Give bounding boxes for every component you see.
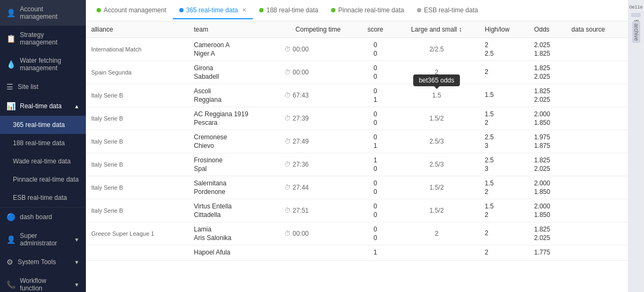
main-content: Account management 365 real-time data ✕ … — [86, 0, 628, 292]
alliance-cell: Italy Serie B — [86, 153, 188, 176]
alliance-cell: Italy Serie B — [86, 84, 188, 107]
score-cell: 1 — [357, 245, 394, 261]
team1-name: Ascoli — [194, 87, 274, 95]
odds-cell: 2.0001.850 — [529, 107, 566, 130]
team1-name: Salernitana — [194, 179, 274, 187]
odds2-value: 1.825 — [534, 50, 561, 57]
sidebar-item-label: Wade real-time data — [13, 158, 79, 165]
sidebar-item-water-fetching[interactable]: 💧 Water fetching management — [0, 51, 86, 77]
odds1-value: 1.825 — [534, 226, 561, 233]
team2-name: Sabadell — [194, 73, 274, 80]
col-header-team: team — [188, 21, 279, 38]
data-source-cell — [566, 176, 628, 199]
high-value: 2 — [485, 249, 523, 256]
score1: 0 — [362, 87, 389, 95]
score2: 1 — [362, 96, 389, 103]
time-cell: ⏱27:51 — [279, 199, 357, 222]
tab-esb-real-time[interactable]: ESB real-time data — [411, 2, 485, 19]
sidebar-item-wade-real-time[interactable]: Wade real-time data — [0, 152, 86, 170]
tab-label: 365 real-time data — [186, 6, 238, 14]
low-value: 2 — [485, 188, 523, 196]
team1-name: Virtus Entella — [194, 203, 274, 210]
high-low-cell: 1.52 — [479, 199, 529, 222]
alliance-cell: Italy Serie B — [86, 130, 188, 153]
high-low-cell: 2 — [479, 61, 529, 84]
sidebar-item-strategy-management[interactable]: 📋 Strategy management — [0, 26, 86, 51]
high-value: 2.5 — [485, 133, 523, 141]
score-cell: 01 — [357, 84, 394, 107]
score2: 0 — [362, 73, 389, 80]
sidebar-item-365-real-time[interactable]: 365 real-time data — [0, 116, 86, 134]
sidebar-item-pinnacle-real-time[interactable]: Pinnacle real-time data — [0, 170, 86, 189]
high-low-cell: 1.52 — [479, 107, 529, 130]
time-value: 00:00 — [292, 69, 309, 76]
time-cell: ⏱27:44 — [279, 176, 357, 199]
col-header-high-low: High/low — [479, 21, 529, 38]
tab-pinnacle-real-time[interactable]: Pinnacle real-time data — [325, 2, 411, 19]
col-header-large-small[interactable]: Large and small ↕ — [394, 21, 480, 38]
sidebar-item-label: Water fetching management — [20, 57, 79, 72]
odds-cell: 2.0251.825 — [529, 38, 566, 61]
tab-close-button[interactable]: ✕ — [242, 7, 246, 13]
odds2-value: 2.025 — [534, 96, 561, 103]
table-row: Italy Serie BCremoneseChievo⏱27:49012.5/… — [86, 130, 628, 153]
workflow-icon: 📞 — [6, 280, 16, 289]
sidebar-item-188-real-time[interactable]: 188 real-time data — [0, 134, 86, 152]
team1-name: Girona — [194, 64, 274, 72]
dashboard-icon: 🔵 — [6, 213, 16, 221]
score1: 0 — [362, 179, 389, 187]
tab-188-real-time[interactable]: 188 real-time data — [253, 2, 325, 19]
large-small-cell: 1.5/2 — [394, 199, 480, 222]
sidebar-item-label: Strategy management — [20, 31, 79, 46]
large-small-value: 2.5/3 — [429, 138, 444, 145]
sidebar-item-super-admin[interactable]: 👤 Super administrator ▼ — [0, 227, 86, 252]
tab-bar: Account management 365 real-time data ✕ … — [86, 0, 628, 21]
sidebar-item-workflow[interactable]: 📞 Workflow function ▼ — [0, 272, 86, 292]
high-value: 1.5 — [485, 203, 523, 210]
data-source-cell — [566, 38, 628, 61]
odds1-value: 1.775 — [534, 249, 561, 256]
high-value: 2.5 — [485, 156, 523, 164]
archive-button[interactable]: archive — [632, 21, 640, 43]
tab-365-real-time[interactable]: 365 real-time data ✕ — [173, 2, 253, 19]
score2: 0 — [362, 165, 389, 173]
clock-icon: ⏱ — [284, 69, 291, 76]
team2-name: Pescara — [194, 119, 274, 126]
team-cell: FrosinoneSpal — [188, 153, 279, 176]
tab-account-management[interactable]: Account management — [90, 2, 173, 19]
sidebar-item-account-management[interactable]: 👤 Account management — [0, 0, 86, 26]
large-small-value: 1.5 — [432, 92, 441, 99]
intro-button[interactable]: 介绍 — [631, 13, 641, 17]
clock-icon: ⏱ — [284, 92, 291, 99]
large-small-value: 2/2.5 — [429, 46, 444, 53]
col-header-alliance: alliance — [86, 21, 188, 38]
score1: 1 — [362, 156, 389, 164]
team2-name: Niger A — [194, 50, 274, 57]
large-small-cell: 2.5/3 — [394, 130, 480, 153]
odds1-value: 1.825 — [534, 156, 561, 164]
score1: 0 — [362, 110, 389, 118]
sidebar-item-dashboard[interactable]: 🔵 dash board — [0, 207, 86, 227]
table-row: Italy Serie BFrosinoneSpal⏱27:36102.5/32… — [86, 153, 628, 176]
odds1-value: 1.825 — [534, 64, 561, 72]
score1: 0 — [362, 41, 389, 49]
sidebar-item-real-time-data[interactable]: 📊 Real-time data ▲ — [0, 96, 86, 116]
large-small-cell: 2.5/3 — [394, 153, 480, 176]
clock-icon: ⏱ — [284, 230, 291, 237]
clock-icon: ⏱ — [284, 207, 291, 214]
odds-cell: 1.8252.025 — [529, 222, 566, 245]
score1: 0 — [362, 203, 389, 210]
large-small-value: 1.5/2 — [429, 184, 444, 191]
team1-name: Frosinone — [194, 156, 274, 164]
odds-cell: 1.775 — [529, 245, 566, 261]
team-cell: Hapoel Afula — [188, 245, 279, 261]
time-cell: ⏱27:49 — [279, 130, 357, 153]
team2-name: Chievo — [194, 142, 274, 149]
sidebar-item-esb-real-time[interactable]: ESB real-time data — [0, 189, 86, 207]
sidebar-item-site-list[interactable]: ☰ Site list — [0, 77, 86, 96]
bet365-tooltip: bet365 odds — [413, 74, 459, 86]
time-cell: ⏱00:00 — [279, 61, 357, 84]
expand-arrow: ▲ — [74, 103, 79, 109]
odds2-value: 1.850 — [534, 119, 561, 126]
sidebar-item-system-tools[interactable]: ⚙ System Tools ▼ — [0, 252, 86, 272]
